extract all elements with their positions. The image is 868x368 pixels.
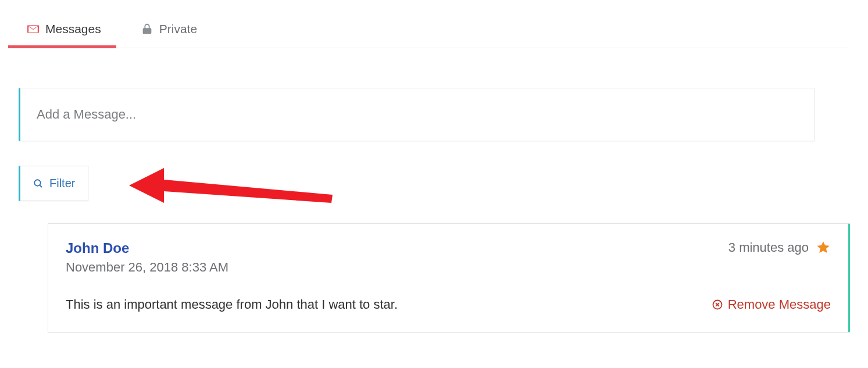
tab-private-label: Private (159, 22, 197, 36)
tab-private[interactable]: Private (133, 17, 205, 48)
remove-message-label: Remove Message (728, 297, 831, 312)
message-header: John Doe November 26, 2018 8:33 AM 3 min… (66, 240, 831, 275)
remove-message-button[interactable]: Remove Message (712, 297, 831, 312)
lock-icon (141, 23, 153, 35)
filter-label: Filter (49, 177, 75, 190)
search-icon (33, 178, 44, 189)
star-icon[interactable] (816, 240, 831, 255)
message-time-ago: 3 minutes ago (728, 240, 809, 255)
message-text: This is an important message from John t… (66, 297, 398, 312)
message-date: November 26, 2018 8:33 AM (66, 260, 228, 275)
tab-messages-label: Messages (45, 22, 101, 36)
message-author[interactable]: John Doe (66, 240, 228, 256)
tab-messages[interactable]: Messages (19, 17, 109, 48)
svg-point-0 (34, 180, 41, 186)
message-card: John Doe November 26, 2018 8:33 AM 3 min… (48, 223, 850, 333)
message-meta: 3 minutes ago (728, 240, 831, 255)
svg-marker-2 (129, 168, 333, 203)
filter-row: Filter (19, 166, 849, 201)
annotation-arrow-icon (129, 162, 338, 209)
compose-input[interactable] (37, 107, 798, 122)
svg-line-1 (40, 185, 42, 187)
tabs: Messages Private (19, 17, 849, 48)
filter-button[interactable]: Filter (19, 166, 88, 201)
remove-icon (712, 299, 723, 310)
compose-box (19, 88, 815, 141)
envelope-icon (27, 23, 40, 35)
message-author-block: John Doe November 26, 2018 8:33 AM (66, 240, 228, 275)
message-body-row: This is an important message from John t… (66, 297, 831, 312)
